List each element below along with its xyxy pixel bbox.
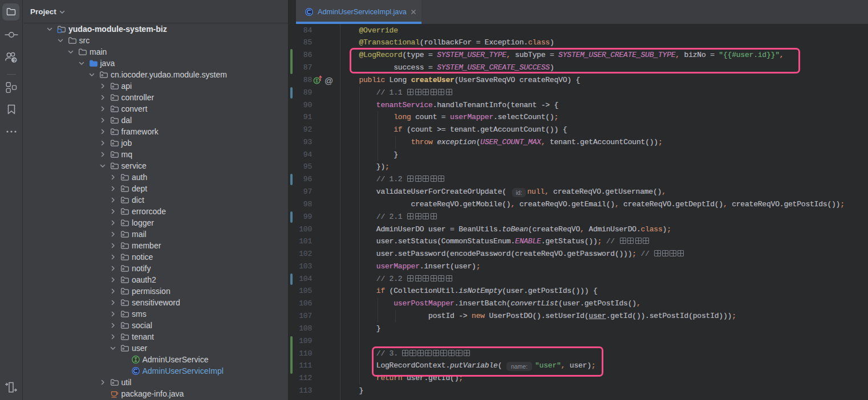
svg-text:?: ? <box>13 58 17 63</box>
svg-text:@: @ <box>325 76 333 85</box>
